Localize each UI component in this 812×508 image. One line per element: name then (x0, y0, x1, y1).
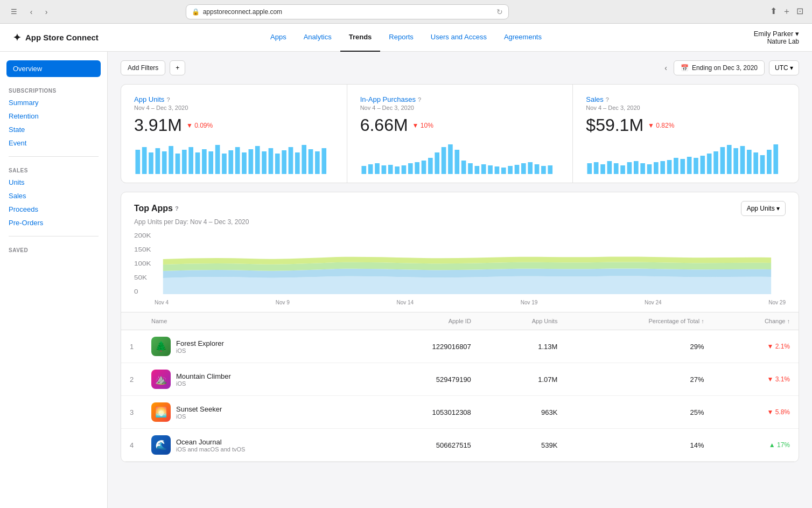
date-display: 📅 Ending on Dec 3, 2020 (674, 60, 765, 75)
svg-text:200K: 200K (134, 233, 151, 239)
rank-cell: 1 (121, 330, 143, 363)
share-icon[interactable]: ⬆ (770, 6, 777, 17)
app-units-help-icon[interactable]: ? (166, 96, 170, 103)
sidebar-item-preorders[interactable]: Pre-Orders (0, 216, 107, 229)
table-row[interactable]: 3 🌅 Sunset Seeker iOS 1053012308 963K 25… (121, 396, 799, 429)
svg-rect-28 (321, 148, 326, 174)
svg-rect-30 (368, 164, 373, 174)
sidebar-overview[interactable]: Overview (6, 60, 101, 77)
nav-trends[interactable]: Trends (340, 24, 381, 52)
svg-rect-73 (687, 157, 692, 174)
percentage-cell: 25% (566, 396, 712, 429)
user-info[interactable]: Emily Parker ▾ Nature Lab (691, 30, 799, 45)
svg-rect-48 (488, 165, 493, 174)
chart-x-nov14: Nov 14 (396, 300, 414, 305)
app-units-cell: 963K (480, 396, 566, 429)
table-row[interactable]: 1 🌲 Forest Explorer iOS 1229016807 1.13M… (121, 330, 799, 363)
date-prev-button[interactable]: ‹ (662, 61, 669, 74)
sales-help-icon[interactable]: ? (606, 96, 609, 103)
sidebar-item-proceeds[interactable]: Proceeds (0, 203, 107, 216)
svg-rect-76 (707, 154, 712, 174)
svg-rect-15 (235, 147, 240, 174)
col-change[interactable]: Change ↑ (713, 312, 799, 330)
app-icon: 🌅 (151, 402, 171, 422)
svg-rect-42 (448, 144, 453, 174)
reload-icon[interactable]: ↻ (496, 8, 503, 16)
svg-rect-54 (528, 162, 533, 174)
svg-rect-20 (269, 148, 274, 174)
stat-card-sales: Sales ? Nov 4 – Dec 3, 2020 $59.1M ▼ 0.8… (573, 85, 799, 183)
stat-change-iap: ▼ 10% (412, 122, 433, 129)
svg-rect-64 (627, 162, 632, 174)
app-name: Mountain Climber (176, 372, 231, 380)
plus-button[interactable]: + (170, 60, 185, 75)
sidebar-item-sales[interactable]: Sales (0, 189, 107, 203)
svg-rect-78 (720, 147, 725, 174)
svg-rect-49 (494, 166, 499, 174)
percentage-cell: 29% (566, 330, 712, 363)
sidebar-toggle-icon[interactable]: ☰ (9, 6, 19, 17)
sidebar-item-event[interactable]: Event (0, 136, 107, 150)
stat-date-sales: Nov 4 – Dec 3, 2020 (586, 105, 786, 111)
nav-apps[interactable]: Apps (262, 24, 295, 52)
app-name: Forest Explorer (176, 339, 224, 347)
svg-rect-43 (454, 150, 459, 174)
svg-rect-86 (774, 144, 779, 174)
forward-button[interactable]: › (41, 6, 52, 17)
app-name: Sunset Seeker (176, 405, 222, 413)
utc-dropdown[interactable]: UTC ▾ (769, 60, 799, 75)
nav-reports[interactable]: Reports (380, 24, 422, 52)
col-percentage[interactable]: Percentage of Total ↑ (566, 312, 712, 330)
svg-rect-11 (208, 151, 213, 174)
table-row[interactable]: 4 🌊 Ocean Journal iOS and macOS and tvOS… (121, 429, 799, 462)
top-apps-help-icon[interactable]: ? (175, 205, 179, 212)
svg-rect-51 (508, 166, 513, 174)
svg-rect-24 (295, 152, 300, 174)
svg-rect-23 (289, 147, 293, 174)
app-icon: 🌊 (151, 435, 171, 455)
change-cell: ▼ 3.1% (713, 363, 799, 396)
tabs-icon[interactable]: ⊡ (796, 6, 803, 17)
svg-rect-36 (408, 163, 413, 174)
svg-rect-14 (228, 150, 233, 174)
back-button[interactable]: ‹ (26, 6, 37, 17)
svg-rect-71 (674, 158, 678, 174)
svg-rect-81 (740, 146, 745, 174)
mini-chart-iap (360, 142, 560, 174)
rank-cell: 2 (121, 363, 143, 396)
iap-help-icon[interactable]: ? (418, 96, 421, 103)
new-tab-icon[interactable]: ＋ (782, 6, 791, 17)
svg-rect-82 (747, 150, 752, 174)
nav-users-access[interactable]: Users and Access (422, 24, 495, 52)
app-units-dropdown[interactable]: App Units ▾ (741, 201, 786, 216)
lock-icon: 🔒 (192, 8, 200, 16)
svg-rect-59 (594, 162, 599, 174)
svg-rect-75 (701, 156, 705, 174)
stat-value-app-units: 3.91M ▼ 0.09% (134, 115, 334, 135)
svg-rect-60 (601, 164, 606, 174)
app-units-cell: 1.13M (480, 330, 566, 363)
sidebar-item-summary[interactable]: Summary (0, 96, 107, 109)
svg-rect-2 (149, 152, 153, 174)
svg-rect-70 (667, 160, 672, 174)
app-logo: ✦ App Store Connect (13, 32, 121, 44)
add-filters-button[interactable]: Add Filters (121, 60, 165, 75)
sidebar-item-retention[interactable]: Retention (0, 109, 107, 123)
nav-agreements[interactable]: Agreements (495, 24, 550, 52)
app-platform: iOS (176, 413, 222, 420)
logo-icon: ✦ (13, 32, 21, 44)
table-row[interactable]: 2 ⛰️ Mountain Climber iOS 529479190 1.07… (121, 363, 799, 396)
change-cell: ▲ 17% (713, 429, 799, 462)
sidebar-item-state[interactable]: State (0, 123, 107, 136)
top-apps-section: Top Apps ? App Units ▾ App Units per Day… (121, 192, 799, 462)
nav-analytics[interactable]: Analytics (295, 24, 340, 52)
browser-chrome: ☰ ‹ › 🔒 appstoreconnect.apple.com ↻ ⬆ ＋ … (0, 0, 812, 24)
svg-rect-3 (156, 148, 160, 174)
app-platform: iOS (176, 380, 231, 387)
app-cell: ⛰️ Mountain Climber iOS (143, 363, 367, 396)
address-bar[interactable]: 🔒 appstoreconnect.apple.com ↻ (186, 4, 509, 19)
svg-rect-19 (262, 151, 267, 174)
user-org: Nature Lab (691, 38, 799, 45)
col-app-units[interactable]: App Units (480, 312, 566, 330)
sidebar-item-units[interactable]: Units (0, 176, 107, 189)
